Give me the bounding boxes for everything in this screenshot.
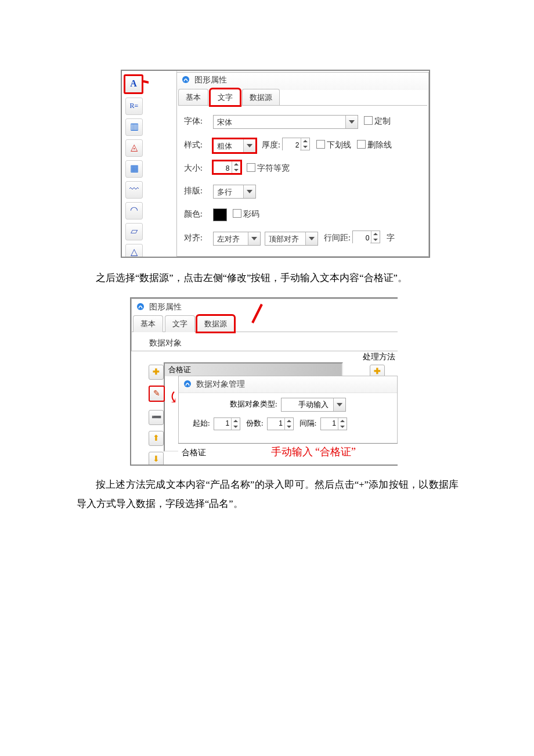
style-combo[interactable]: 粗体 — [213, 139, 256, 153]
dialog-title: 数据对象管理 — [179, 376, 397, 393]
size-label: 大小: — [184, 161, 211, 175]
count-spin[interactable] — [267, 417, 294, 430]
move-down-button[interactable]: ⬇ — [149, 452, 164, 466]
layout-combo[interactable]: 多行 — [213, 185, 256, 199]
ruler — [149, 71, 177, 257]
tabs: 基本 文字 数据源 — [178, 89, 279, 105]
svg-line-3 — [252, 304, 262, 323]
annotation-text: 手动输入 “合格证” — [271, 446, 356, 458]
tab-basic[interactable]: 基本 — [133, 315, 163, 332]
svg-point-1 — [182, 76, 189, 83]
align-label: 对齐: — [184, 231, 211, 245]
data-object-manage-dialog: 数据对象管理 数据对象类型: 手动输入 起始: 份数: 间隔: — [178, 376, 398, 448]
color-label: 颜色: — [184, 207, 211, 221]
tool-barcode-icon[interactable]: ▥ — [125, 118, 143, 136]
dialog-title-text: 数据对象管理 — [196, 380, 245, 388]
chevron-down-icon[interactable] — [248, 232, 260, 245]
list-side-buttons: ✚ ✎ ➖ ⬆ ⬇ — [149, 365, 165, 466]
window-title: 图形属性 — [132, 299, 398, 315]
app-icon — [183, 380, 192, 388]
window-title-text: 图形属性 — [149, 303, 182, 311]
halign-combo[interactable]: 左对齐 — [213, 232, 261, 246]
move-up-button[interactable]: ⬆ — [149, 431, 164, 446]
process-method-label: 处理方法 — [363, 352, 395, 362]
size-spin[interactable] — [213, 161, 241, 174]
char-label: 字 — [387, 233, 395, 242]
edit-button[interactable]: ✎ — [149, 386, 165, 402]
underline-label: 下划线 — [327, 141, 351, 149]
tab-datasource[interactable]: 数据源 — [197, 315, 234, 332]
chevron-down-icon[interactable] — [243, 185, 255, 198]
window-title-text: 图形属性 — [194, 75, 227, 84]
paragraph-1: 之后选择“数据源”，点击左侧“修改”按钮，手动输入文本内容“合格证”。 — [0, 268, 534, 287]
thickness-spin[interactable] — [282, 138, 310, 150]
monospace-checkbox[interactable] — [247, 163, 255, 172]
style-label: 样式: — [184, 138, 211, 152]
value-text[interactable]: 合格证 — [182, 448, 251, 458]
text-form: 字体: 宋体 定制 样式: 粗体 厚度: 下划线 删除线 大小: 字符等宽 — [184, 114, 426, 254]
chevron-down-icon[interactable] — [345, 116, 358, 128]
valign-combo[interactable]: 顶部对齐 — [265, 232, 318, 246]
chevron-down-icon[interactable] — [243, 139, 255, 152]
annotation-slash-icon — [250, 303, 264, 324]
underline-checkbox[interactable] — [316, 140, 325, 149]
custom-label: 定制 — [374, 117, 391, 125]
screenshot-text-properties: A R≡ ▥ ◬ ▦ 〰 ◠ ▱ △ 图形属性 基本 文字 — [121, 70, 430, 258]
tab-basic[interactable]: 基本 — [178, 89, 208, 106]
window-title: 图形属性 — [182, 75, 227, 85]
svg-point-2 — [137, 303, 144, 310]
data-object-label: 数据对象 — [149, 339, 182, 347]
chevron-down-icon[interactable] — [305, 232, 317, 245]
svg-point-4 — [184, 380, 191, 387]
palette-checkbox[interactable] — [233, 209, 241, 218]
font-combo[interactable]: 宋体 — [213, 115, 358, 129]
count-label: 份数: — [246, 418, 264, 427]
palette-label: 彩码 — [243, 210, 259, 218]
color-swatch[interactable] — [213, 208, 227, 221]
remove-button[interactable]: ➖ — [149, 410, 164, 425]
data-type-label: 数据对象类型: — [230, 399, 277, 408]
font-label: 字体: — [184, 114, 211, 128]
layout-label: 排版: — [184, 184, 211, 198]
tabs: 基本 文字 数据源 — [132, 315, 398, 332]
tab-text[interactable]: 文字 — [210, 89, 240, 106]
value-row: 合格证 手动输入 “合格证” — [178, 443, 398, 462]
custom-checkbox[interactable] — [364, 116, 373, 125]
tab-text[interactable]: 文字 — [165, 315, 195, 332]
lineheight-label: 行间距: — [324, 231, 351, 245]
app-icon — [136, 303, 145, 311]
tab-datasource[interactable]: 数据源 — [242, 89, 280, 106]
start-label: 起始: — [193, 418, 210, 427]
tool-text-icon[interactable]: A — [124, 74, 143, 94]
lineheight-spin[interactable] — [352, 231, 380, 243]
gap-spin[interactable] — [320, 417, 347, 430]
tool-arc-icon[interactable]: ◠ — [125, 202, 143, 219]
monospace-label: 字符等宽 — [257, 164, 290, 172]
tool-curve-icon[interactable]: 〰 — [125, 181, 143, 199]
app-icon — [182, 75, 190, 84]
add-button[interactable]: ✚ — [149, 365, 164, 380]
data-type-combo[interactable]: 手动输入 — [281, 398, 346, 412]
tool-shape-icon[interactable]: ◬ — [125, 139, 143, 157]
start-spin[interactable] — [214, 417, 240, 430]
strike-checkbox[interactable] — [357, 140, 366, 149]
chevron-down-icon[interactable] — [333, 398, 345, 411]
tool-underline-icon[interactable]: R≡ — [125, 98, 143, 115]
list-item[interactable]: 合格证 — [165, 363, 342, 376]
thickness-label: 厚度: — [262, 138, 280, 152]
left-toolbar: A R≡ ▥ ◬ ▦ 〰 ◠ ▱ △ — [122, 71, 149, 257]
tool-polygon-icon[interactable]: ▱ — [125, 223, 143, 240]
properties-window: 图形属性 基本 文字 数据源 字体: 宋体 定制 样式: 粗体 厚度: — [176, 72, 429, 257]
tool-triangle-icon[interactable]: △ — [125, 244, 143, 258]
tool-table-icon[interactable]: ▦ — [125, 160, 143, 178]
paragraph-2: 按上述方法完成文本内容“产品名称”的录入即可。然后点击“+”添加按钮，以数据库导… — [0, 475, 534, 513]
strike-label: 删除线 — [367, 141, 392, 149]
screenshot-datasource: 图形属性 基本 文字 数据源 数据对象 处理方法 ✚ 合格证 ✚ ✎ ➖ ⬆ ⬇… — [130, 297, 398, 466]
gap-label: 间隔: — [300, 418, 317, 427]
